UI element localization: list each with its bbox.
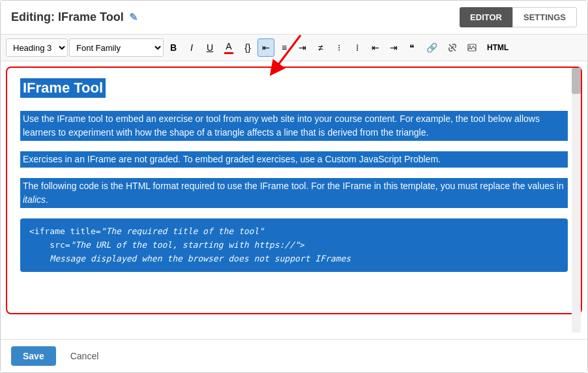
image-button[interactable] [463, 38, 481, 57]
code-line-3: Message displayed when the browser does … [29, 252, 559, 266]
paragraph-1: Use the IFrame tool to embed an exercise… [20, 111, 568, 141]
title-left: Editing: IFrame Tool ✎ [11, 10, 138, 24]
code-line-2: src="The URL of the tool, starting with … [29, 239, 559, 252]
settings-button[interactable]: SETTINGS [512, 7, 577, 27]
code-block: <iframe title="The required title of the… [20, 218, 568, 272]
title-bar: Editing: IFrame Tool ✎ EDITOR SETTINGS [1, 1, 587, 35]
bold-button[interactable]: B [165, 38, 182, 57]
footer: Save Cancel [1, 339, 587, 372]
scrollbar[interactable] [572, 68, 581, 333]
align-justify-button[interactable]: ≠ [312, 38, 329, 57]
editor-wrapper: IFrame Tool Use the IFrame tool to embed… [1, 61, 587, 339]
html-button[interactable]: HTML [482, 38, 513, 57]
numbered-list-button[interactable]: ⁞ [349, 38, 366, 57]
align-left-button[interactable]: ⇤ [257, 38, 274, 57]
align-right-button[interactable]: ⇥ [294, 38, 311, 57]
paragraph-2: Exercises in an IFrame are not graded. T… [20, 151, 568, 168]
indent-button[interactable]: ⇥ [385, 38, 402, 57]
edit-icon[interactable]: ✎ [129, 11, 138, 23]
align-center-button[interactable]: ≡ [276, 38, 293, 57]
italic-button[interactable]: I [183, 38, 200, 57]
save-button[interactable]: Save [11, 346, 56, 366]
font-family-select[interactable]: Font Family Arial Times New Roman Courie… [69, 38, 164, 57]
editor-window: Editing: IFrame Tool ✎ EDITOR SETTINGS H… [0, 0, 588, 373]
italic-text: italics [23, 194, 46, 205]
editor-content[interactable]: IFrame Tool Use the IFrame tool to embed… [6, 67, 582, 314]
svg-point-2 [469, 46, 471, 47]
paragraph-3: The following code is the HTML format re… [20, 178, 568, 208]
title-right: EDITOR SETTINGS [460, 7, 577, 27]
code-line-1: <iframe title="The required title of the… [29, 225, 559, 239]
bullet-list-button[interactable]: ⁝ [331, 38, 347, 57]
heading-select[interactable]: Heading 3 Heading 1 Heading 2 Heading 4 … [6, 38, 68, 57]
page-title: Editing: IFrame Tool [11, 10, 124, 24]
editor-button[interactable]: EDITOR [460, 7, 512, 27]
svg-line-0 [449, 44, 456, 51]
blockquote-button[interactable]: ❝ [404, 38, 420, 57]
scrollbar-thumb[interactable] [572, 68, 581, 94]
outdent-button[interactable]: ⇤ [367, 38, 384, 57]
link-button[interactable]: 🔗 [422, 38, 442, 57]
cancel-button[interactable]: Cancel [63, 346, 107, 366]
unlink-button[interactable] [443, 38, 462, 57]
code-button[interactable]: {} [239, 38, 256, 57]
underline-button[interactable]: U [201, 38, 218, 57]
text-color-button[interactable]: A [220, 38, 238, 57]
content-title: IFrame Tool [20, 78, 568, 111]
toolbar: Heading 3 Heading 1 Heading 2 Heading 4 … [1, 35, 587, 61]
